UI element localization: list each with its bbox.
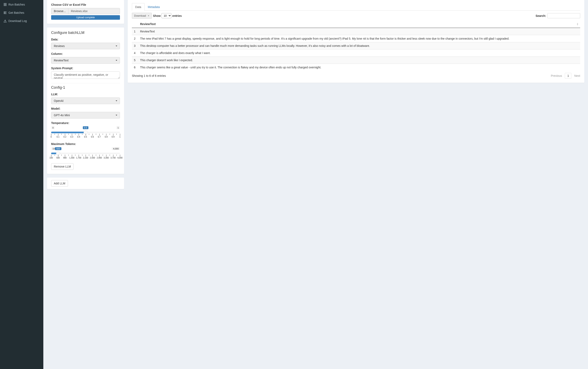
right-column: Data Metadata Download ▼ Show 10 entries xyxy=(128,0,584,86)
entries-label: entries xyxy=(172,14,182,18)
sidebar: Run Batches Get Batches Download Log xyxy=(0,0,43,369)
tab-metadata[interactable]: Metadata xyxy=(144,3,163,11)
table-row: 1ReviewText xyxy=(132,28,580,35)
model-select-value: GPT-4o Mini xyxy=(54,113,70,117)
tabs: Data Metadata xyxy=(132,3,580,11)
table-info: Showing 1 to 6 of 6 entries xyxy=(132,74,166,77)
model-select[interactable]: GPT-4o Mini xyxy=(51,112,120,118)
llm-select-value: OpenAI xyxy=(54,99,63,102)
temperature-label: Temperature: xyxy=(51,121,120,125)
slider-track[interactable] xyxy=(51,153,120,154)
row-number-header[interactable] xyxy=(132,20,138,28)
slider-max: 1 xyxy=(116,126,120,129)
entries-select[interactable]: 10 xyxy=(161,13,172,18)
sidebar-item-run-batches[interactable]: Run Batches xyxy=(0,0,43,9)
table-icon xyxy=(3,3,7,6)
search-input[interactable] xyxy=(547,13,580,18)
slider-track[interactable] xyxy=(51,132,120,133)
sidebar-item-label: Download Log xyxy=(8,19,27,23)
row-text: This desktop computer has a better proce… xyxy=(138,42,580,50)
pagination: Previous 1 Next xyxy=(551,73,580,79)
file-upload-box: Choose CSV or Excel File Browse... Revie… xyxy=(47,0,124,24)
llm-label: LLM: xyxy=(51,92,120,96)
tab-data[interactable]: Data xyxy=(132,3,144,11)
download-button[interactable]: Download ▼ xyxy=(132,13,152,19)
row-text: This charger doesn't work like I expecte… xyxy=(138,57,580,64)
slider-max: 4,000 xyxy=(112,147,120,150)
row-text: The charger is affordable and does exact… xyxy=(138,50,580,57)
left-column: Choose CSV or Excel File Browse... Revie… xyxy=(47,0,124,193)
download-button-label: Download xyxy=(134,14,146,17)
table-row: 6This charger seems like a great value -… xyxy=(132,64,580,71)
slider-value: 500 xyxy=(55,147,61,150)
file-input-row: Browse... Reviews.xlsx xyxy=(51,8,120,14)
table-row: 5This charger doesn't work like I expect… xyxy=(132,57,580,64)
data-select-value: Reviews xyxy=(54,44,65,48)
chevron-down-icon: ▼ xyxy=(148,15,150,17)
row-number: 2 xyxy=(132,35,138,42)
model-label: Model: xyxy=(51,107,120,110)
row-number: 4 xyxy=(132,50,138,57)
temperature-slider[interactable]: 010.500.10.20.30.40.50.60.70.80.91 xyxy=(51,126,120,139)
sidebar-item-download-log[interactable]: Download Log xyxy=(0,17,43,25)
browse-button[interactable]: Browse... xyxy=(51,8,68,14)
sidebar-item-get-batches[interactable]: Get Batches xyxy=(0,9,43,17)
system-prompt-input[interactable]: Classify sentiment as positive, negative… xyxy=(51,72,120,79)
sidebar-item-label: Run Batches xyxy=(8,3,25,6)
table-row: 2The new iPad Mini 7 has a great display… xyxy=(132,35,580,42)
table-controls-left: Download ▼ Show 10 entries xyxy=(132,13,182,19)
data-table-box: Data Metadata Download ▼ Show 10 entries xyxy=(128,0,584,83)
row-text: ReviewText xyxy=(138,28,580,35)
row-text: The new iPad Mini 7 has a great display,… xyxy=(138,35,580,42)
row-number: 3 xyxy=(132,42,138,50)
configure-heading: Configure batchLLM xyxy=(51,31,120,35)
svg-rect-0 xyxy=(4,3,7,6)
data-select[interactable]: Reviews xyxy=(51,43,120,49)
max-tokens-label: Maximum Tokens: xyxy=(51,142,120,146)
config-name-heading: Config-1 xyxy=(51,85,120,90)
main-content: Choose CSV or Excel File Browse... Revie… xyxy=(43,0,588,369)
prev-button[interactable]: Previous xyxy=(551,74,562,77)
data-table: ReviewText ▲▼ 1ReviewText2The new iPad M… xyxy=(132,20,580,71)
sort-icon: ▲▼ xyxy=(577,23,578,25)
data-label: Data: xyxy=(51,38,120,41)
divider xyxy=(51,83,120,83)
system-prompt-label: System Prompt: xyxy=(51,67,120,70)
column-select-value: ReviewText xyxy=(54,59,69,62)
table-body: 1ReviewText2The new iPad Mini 7 has a gr… xyxy=(132,28,580,71)
column-select[interactable]: ReviewText xyxy=(51,57,120,64)
search-label: Search: xyxy=(536,14,546,18)
add-llm-box: Add LLM xyxy=(47,178,124,189)
row-text: This charger seems like a great value - … xyxy=(138,64,580,71)
slider-value: 0.5 xyxy=(83,126,88,129)
llm-select[interactable]: OpenAI xyxy=(51,98,120,104)
table-controls: Download ▼ Show 10 entries Search: xyxy=(132,13,580,19)
file-name-display: Reviews.xlsx xyxy=(68,8,120,14)
file-upload-label: Choose CSV or Excel File xyxy=(51,3,120,6)
configure-box: Configure batchLLM Data: Reviews Column:… xyxy=(47,28,124,174)
sidebar-item-label: Get Batches xyxy=(8,11,24,14)
chevron-down-icon xyxy=(116,115,117,116)
chevron-down-icon xyxy=(116,46,117,46)
next-button[interactable]: Next xyxy=(574,74,580,77)
list-icon xyxy=(3,11,7,14)
max-tokens-slider[interactable]: 1004,0005001005009001,3001,7002,1002,500… xyxy=(51,147,120,160)
page-number[interactable]: 1 xyxy=(565,73,571,79)
upload-progress: Upload complete xyxy=(51,15,120,20)
table-row: 3This desktop computer has a better proc… xyxy=(132,42,580,50)
row-number: 6 xyxy=(132,64,138,71)
download-icon xyxy=(3,20,7,22)
reviewtext-header[interactable]: ReviewText ▲▼ xyxy=(138,20,580,28)
table-row: 4The charger is affordable and does exac… xyxy=(132,50,580,57)
column-label: Column: xyxy=(51,52,120,55)
row-number: 1 xyxy=(132,28,138,35)
slider-min: 0 xyxy=(51,126,55,129)
table-controls-right: Search: xyxy=(536,13,580,18)
row-number: 5 xyxy=(132,57,138,64)
chevron-down-icon xyxy=(116,60,117,61)
add-llm-button[interactable]: Add LLM xyxy=(51,180,68,187)
table-footer: Showing 1 to 6 of 6 entries Previous 1 N… xyxy=(132,73,580,79)
remove-llm-button[interactable]: Remove LLM xyxy=(51,163,73,170)
show-label: Show xyxy=(153,14,161,18)
chevron-down-icon xyxy=(116,100,117,101)
